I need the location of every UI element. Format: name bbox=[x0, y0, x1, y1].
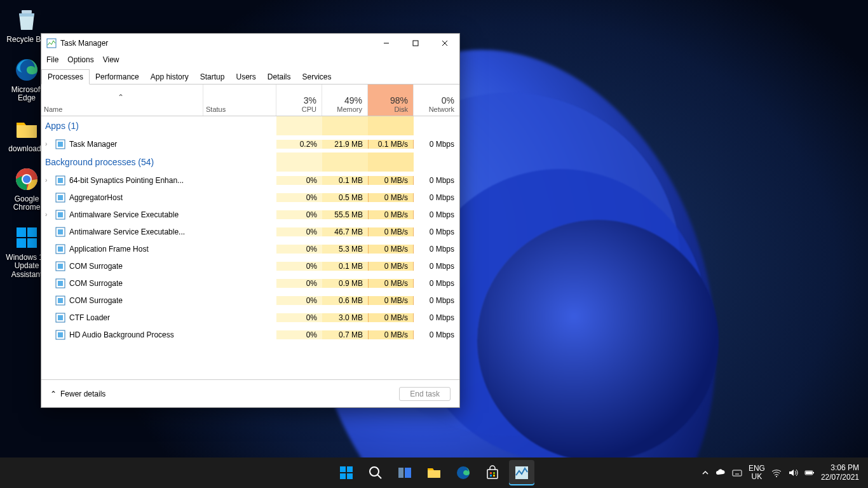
process-row[interactable]: AggregatorHost 0% 0.5 MB 0 MB/s 0 Mbps bbox=[41, 189, 459, 206]
process-name: COM Surrogate bbox=[69, 279, 123, 288]
svg-rect-16 bbox=[58, 142, 63, 147]
column-header-name[interactable]: ⌃ Name bbox=[41, 85, 203, 116]
process-network: 0 Mbps bbox=[414, 313, 459, 322]
svg-rect-24 bbox=[58, 229, 63, 234]
process-memory: 55.5 MB bbox=[322, 210, 368, 219]
chevron-up-icon: ⌃ bbox=[50, 390, 57, 398]
svg-rect-60 bbox=[806, 471, 812, 474]
process-row[interactable]: › Task Manager 0.2% 21.9 MB 0.1 MB/s 0 M… bbox=[41, 135, 459, 152]
svg-rect-36 bbox=[58, 332, 63, 337]
svg-rect-44 bbox=[405, 468, 411, 478]
language-indicator[interactable]: ENG UK bbox=[749, 464, 765, 481]
column-header-cpu[interactable]: 3% CPU bbox=[276, 85, 322, 116]
menu-file[interactable]: File bbox=[46, 55, 58, 64]
process-network: 0 Mbps bbox=[414, 262, 459, 271]
process-network: 0 Mbps bbox=[414, 140, 459, 149]
process-name: Task Manager bbox=[69, 140, 117, 149]
tray-overflow-button[interactable] bbox=[702, 469, 709, 477]
chrome-icon bbox=[12, 165, 41, 194]
process-network: 0 Mbps bbox=[414, 227, 459, 236]
svg-rect-30 bbox=[58, 281, 63, 286]
clock[interactable]: 3:06 PM 22/07/2021 bbox=[821, 463, 859, 482]
tab-users[interactable]: Users bbox=[230, 70, 261, 84]
file-explorer-button[interactable] bbox=[421, 460, 447, 485]
close-button[interactable] bbox=[430, 34, 459, 53]
process-group-header: Apps (1) bbox=[41, 116, 203, 136]
process-icon bbox=[55, 295, 65, 306]
process-row[interactable]: Application Frame Host 0% 5.3 MB 0 MB/s … bbox=[41, 240, 459, 257]
svg-point-57 bbox=[776, 476, 777, 477]
process-network: 0 Mbps bbox=[414, 330, 459, 339]
process-icon bbox=[55, 210, 65, 220]
tab-processes[interactable]: Processes bbox=[41, 69, 90, 85]
process-cpu: 0% bbox=[276, 296, 322, 305]
maximize-button[interactable] bbox=[401, 34, 430, 53]
process-row[interactable]: › Antimalware Service Executable 0% 55.5… bbox=[41, 206, 459, 223]
task-view-button[interactable] bbox=[392, 460, 417, 485]
start-button[interactable] bbox=[334, 460, 359, 485]
process-disk: 0 MB/s bbox=[368, 262, 414, 271]
onedrive-icon[interactable] bbox=[715, 468, 726, 478]
minimize-button[interactable] bbox=[372, 34, 401, 53]
svg-rect-47 bbox=[490, 472, 492, 474]
process-row[interactable]: COM Surrogate 0% 0.6 MB 0 MB/s 0 Mbps bbox=[41, 292, 459, 309]
process-icon bbox=[55, 261, 65, 271]
process-disk: 0.1 MB/s bbox=[368, 140, 414, 149]
touch-keyboard-icon[interactable] bbox=[732, 468, 742, 478]
process-icon bbox=[55, 193, 65, 203]
search-button[interactable] bbox=[363, 460, 388, 485]
process-cpu: 0% bbox=[276, 262, 322, 271]
column-header-disk[interactable]: 98% Disk bbox=[368, 85, 414, 116]
svg-rect-32 bbox=[58, 298, 63, 303]
process-row[interactable]: COM Surrogate 0% 0.9 MB 0 MB/s 0 Mbps bbox=[41, 274, 459, 292]
tab-app-history[interactable]: App history bbox=[145, 70, 194, 84]
svg-point-41 bbox=[370, 467, 379, 476]
tab-startup[interactable]: Startup bbox=[194, 70, 231, 84]
process-row[interactable]: COM Surrogate 0% 0.1 MB 0 MB/s 0 Mbps bbox=[41, 257, 459, 274]
process-network: 0 Mbps bbox=[414, 296, 459, 305]
process-memory: 21.9 MB bbox=[322, 140, 368, 149]
tab-details[interactable]: Details bbox=[262, 70, 297, 84]
process-memory: 5.3 MB bbox=[322, 245, 368, 254]
store-button[interactable] bbox=[480, 460, 505, 485]
svg-rect-37 bbox=[340, 466, 346, 472]
column-header-network[interactable]: 0% Network bbox=[414, 85, 459, 116]
edge-taskbar-button[interactable] bbox=[451, 460, 476, 485]
menu-options[interactable]: Options bbox=[67, 55, 93, 64]
svg-rect-22 bbox=[58, 212, 63, 217]
process-memory: 3.0 MB bbox=[322, 313, 368, 322]
process-memory: 0.9 MB bbox=[322, 279, 368, 288]
svg-rect-34 bbox=[58, 315, 63, 320]
svg-rect-38 bbox=[347, 466, 353, 472]
recycle-bin-icon bbox=[12, 5, 41, 34]
process-name: COM Surrogate bbox=[69, 296, 123, 305]
process-network: 0 Mbps bbox=[414, 245, 459, 254]
column-header-status[interactable]: Status bbox=[203, 85, 276, 116]
tab-performance[interactable]: Performance bbox=[90, 70, 145, 84]
process-icon bbox=[55, 227, 65, 237]
fewer-details-button[interactable]: ⌃ Fewer details bbox=[50, 390, 105, 398]
menu-view[interactable]: View bbox=[103, 55, 119, 64]
process-row[interactable]: Antimalware Service Executable... 0% 46.… bbox=[41, 223, 459, 240]
task-manager-taskbar-button[interactable] bbox=[509, 460, 534, 485]
process-name: 64-bit Synaptics Pointing Enhan... bbox=[69, 176, 184, 185]
end-task-button[interactable]: End task bbox=[399, 387, 451, 401]
volume-icon[interactable] bbox=[788, 468, 798, 478]
process-row[interactable]: HD Audio Background Process 0% 0.7 MB 0 … bbox=[41, 326, 459, 343]
svg-rect-12 bbox=[413, 41, 418, 46]
svg-rect-28 bbox=[58, 264, 63, 269]
process-disk: 0 MB/s bbox=[368, 210, 414, 219]
taskbar: ENG UK 3:06 PM 22/07/2021 bbox=[0, 458, 868, 488]
tab-services[interactable]: Services bbox=[297, 70, 337, 84]
process-row[interactable]: CTF Loader 0% 3.0 MB 0 MB/s 0 Mbps bbox=[41, 309, 459, 326]
process-icon bbox=[55, 244, 65, 254]
svg-line-42 bbox=[377, 475, 381, 478]
svg-rect-39 bbox=[340, 473, 346, 479]
column-header-memory[interactable]: 49% Memory bbox=[322, 85, 368, 116]
svg-rect-26 bbox=[58, 247, 63, 252]
process-cpu: 0% bbox=[276, 210, 322, 219]
battery-icon[interactable] bbox=[804, 468, 815, 478]
wifi-icon[interactable] bbox=[771, 468, 782, 478]
process-disk: 0 MB/s bbox=[368, 227, 414, 236]
process-row[interactable]: › 64-bit Synaptics Pointing Enhan... 0% … bbox=[41, 172, 459, 189]
